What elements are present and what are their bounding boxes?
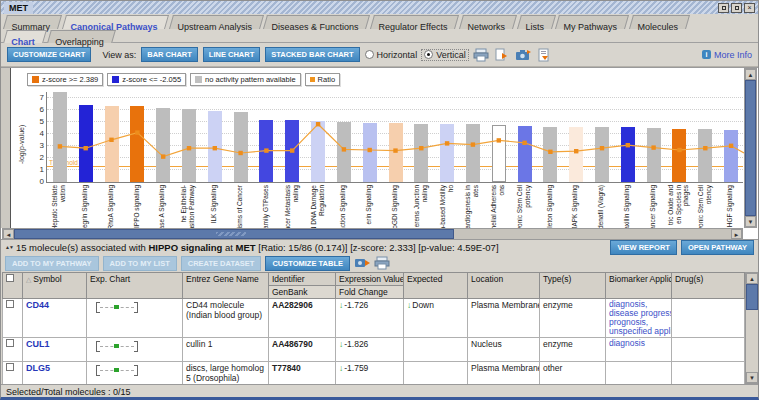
table-row-dlg5[interactable]: DLG5discs, large homolog 5 (Drosophila)T… (3, 362, 745, 385)
table-print-icon[interactable] (374, 256, 390, 270)
line-chart-button[interactable]: LINE CHART (203, 47, 260, 62)
x-label-erin-signaling[interactable]: erin Signaling (365, 185, 373, 229)
stacked-bar-chart-button[interactable]: STACKED BAR CHART (265, 47, 359, 62)
vertical-radio-circle[interactable] (424, 50, 433, 59)
table-scroll-thumb[interactable] (746, 284, 758, 310)
subtab-chart[interactable]: Chart (3, 30, 46, 43)
chart-bar-denafil-viagra[interactable] (595, 127, 609, 182)
x-label-axillin-signaling[interactable]: axillin Signaling (623, 185, 631, 229)
export-image-icon[interactable] (494, 48, 510, 62)
chart-bar-ase-a-signaling[interactable] (156, 108, 170, 182)
customize-table-button[interactable]: CUSTOMIZE TABLE (265, 256, 350, 271)
chart-bar-ardiogenesis-in-ates[interactable] (466, 124, 480, 182)
chart-bar-tric-oxide-and-en-species-in-phages[interactable] (672, 129, 686, 182)
scroll-up-icon[interactable]: ▲ (745, 69, 756, 80)
horizontal-radio-circle[interactable] (365, 50, 374, 59)
x-label-he-epithelial-nsition-pathway[interactable]: he Epithelial-nsition Pathway (180, 185, 195, 229)
table-scroll-up-icon[interactable]: ▲ (746, 273, 758, 284)
table-export-icon[interactable] (354, 256, 370, 270)
x-label-ancer-signaling[interactable]: ancer Signaling (649, 185, 657, 229)
gene-symbol-link[interactable]: CD44 (26, 300, 49, 310)
chart-bar-erens-junction-naling[interactable] (414, 124, 428, 182)
chart-bar-axillin-signaling[interactable] (621, 127, 635, 182)
print-icon[interactable] (473, 48, 489, 62)
col-subheader-genbank[interactable]: GenBank (269, 286, 336, 299)
chart-bar-n-dna-damage-regulation[interactable] (311, 121, 325, 182)
tab-diseases-functions[interactable]: Diseases & Functions (263, 15, 370, 29)
col-header-entrez-gene-name[interactable]: Entrez Gene Name (183, 273, 269, 299)
chart-bar-ncer-metastasis-naling[interactable] (285, 120, 299, 182)
chart-bar-helial-adherens-ons[interactable] (492, 125, 506, 182)
create-dataset-button[interactable]: CREATE DATASET (181, 256, 262, 271)
x-label-rhoa-signaling[interactable]: RhoA Signaling (107, 185, 115, 229)
x-label-n-based-motility-ho[interactable]: n-based Motilityho (439, 185, 454, 229)
add-to-my-pathway-button[interactable]: ADD TO MY PATHWAY (5, 256, 99, 271)
x-label-helial-adherens-ons[interactable]: helial Adherensons (490, 185, 505, 229)
horizontal-radio[interactable]: Horizontal (365, 50, 418, 60)
x-label-hepatic-stellate-vation[interactable]: Hepatic Stellatevation (51, 185, 66, 229)
gene-symbol-link[interactable]: CUL1 (26, 339, 50, 349)
splitter-toggle-icon[interactable]: ▲▼ (5, 245, 13, 250)
x-label-mapk-signaling[interactable]: MAPK Signaling (571, 185, 579, 229)
header-checkbox[interactable] (6, 274, 14, 282)
splitter-strip[interactable] (1, 68, 11, 228)
camera-export-icon[interactable] (515, 48, 531, 62)
export-report-icon[interactable] (536, 48, 552, 62)
add-to-my-list-button[interactable]: ADD TO MY LIST (103, 256, 177, 271)
col-header-symbol[interactable]: △ Symbol (23, 273, 87, 299)
tab-lists[interactable]: Lists (517, 15, 556, 29)
chart-bar-nction-signaling[interactable] (337, 122, 351, 182)
chart-bar-nisms-of-cancer[interactable] (234, 112, 248, 182)
chart-bar-yonic-stem-cell-potency[interactable] (518, 126, 532, 182)
chart-bar-hepatic-stellate-vation[interactable] (53, 92, 67, 182)
chart-vertical-scrollbar[interactable]: ▲ ▼ (744, 68, 757, 228)
chart-bar-hgf-signaling[interactable] (724, 130, 738, 182)
chart-bar-mapk-signaling[interactable] (569, 127, 583, 182)
col-header-type-s[interactable]: Type(s) (540, 273, 606, 299)
x-label-tegrin-signaling[interactable]: tegrin Signaling (81, 185, 89, 229)
x-label-ilk-signaling[interactable]: ILK Signaling (210, 185, 218, 229)
col-subheader-fold-change[interactable]: Fold Change (336, 286, 404, 299)
chart-bar-n-based-motility-ho[interactable] (440, 124, 454, 182)
col-header-checkbox[interactable] (3, 273, 23, 299)
tab-molecules[interactable]: Molecules (629, 15, 690, 29)
col-header-exp-chart[interactable]: Exp. Chart (87, 273, 183, 299)
x-label-ippo-signaling[interactable]: IPPO signaling (133, 185, 141, 229)
tab-upstream-analysis[interactable]: Upstream Analysis (169, 15, 264, 29)
restore-icon[interactable] (718, 3, 729, 13)
table-scroll-down-icon[interactable]: ▼ (746, 372, 758, 383)
x-label-yonic-stem-cell-potency[interactable]: yonic Stem Cellpotency (516, 185, 531, 229)
vertical-scroll-thumb[interactable] (745, 80, 756, 216)
chart-bar-rhoa-signaling[interactable] (105, 106, 119, 182)
chart-bar-erin-signaling[interactable] (363, 123, 377, 182)
x-label-denafil-viagra[interactable]: denafil (Viagra) (597, 185, 605, 229)
tab-summary[interactable]: Summary (3, 15, 62, 29)
row-checkbox[interactable] (6, 339, 14, 347)
x-label-hgf-signaling[interactable]: HGF Signaling (726, 185, 734, 229)
horizontal-scroll-track[interactable] (454, 229, 731, 239)
col-header-biomarker-applica[interactable]: Biomarker Applica (606, 273, 672, 299)
open-pathway-button[interactable]: OPEN PATHWAY (681, 240, 754, 255)
x-label-ardiogenesis-in-ates[interactable]: ardiogenesis inates (464, 185, 479, 229)
x-label-family-gtpases[interactable]: Family GTPases (262, 185, 270, 229)
x-label-eleton-signaling[interactable]: eleton Signaling (546, 185, 554, 229)
maximize-icon[interactable] (731, 3, 742, 13)
chart-bar-he-epithelial-nsition-pathway[interactable] (182, 109, 196, 182)
tab-regulator-effects[interactable]: Regulator Effects (370, 15, 459, 29)
col-header-expected[interactable]: Expected (404, 273, 468, 299)
row-checkbox[interactable] (6, 300, 14, 308)
col-header-identifier[interactable]: Identifier (269, 273, 336, 286)
col-header-drug-s[interactable]: Drug(s) (672, 273, 745, 299)
scroll-left-icon[interactable]: ◄ (3, 229, 14, 239)
chart-bar-eleton-signaling[interactable] (543, 127, 557, 182)
chart-bar-family-gtpases[interactable] (259, 120, 273, 182)
x-label-ncer-metastasis-naling[interactable]: ncer Metastasisnaling (284, 185, 299, 229)
gene-symbol-link[interactable]: DLG5 (26, 363, 50, 373)
table-row-cd44[interactable]: CD44CD44 molecule (Indian blood group)AA… (3, 299, 745, 338)
customize-chart-button[interactable]: CUSTOMIZE CHART (7, 47, 91, 62)
table-scroll-track[interactable] (746, 310, 758, 372)
chart-bar-yonic-stem-cell-otency[interactable] (698, 129, 712, 182)
row-checkbox[interactable] (6, 363, 14, 371)
chart-bar-ancer-signaling[interactable] (647, 128, 661, 182)
scroll-right-icon[interactable]: ► (731, 229, 742, 239)
